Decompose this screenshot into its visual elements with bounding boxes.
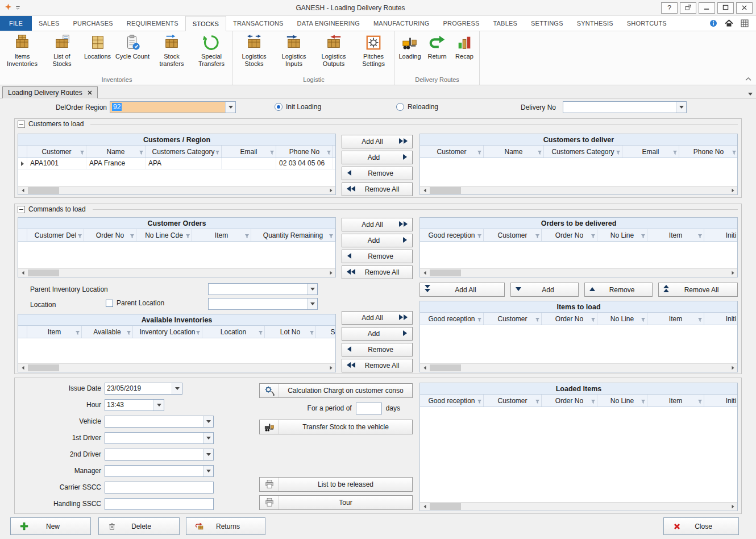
dropdown-arrow-icon[interactable]	[203, 416, 213, 427]
scrollbar-track[interactable]	[429, 503, 728, 511]
menu-tab-transactions[interactable]: TRANSACTIONS	[226, 16, 290, 31]
column-header-order-no[interactable]: Order No	[542, 313, 597, 325]
filter-icon[interactable]	[139, 149, 144, 157]
location-combo[interactable]	[208, 298, 318, 310]
filter-icon[interactable]	[269, 149, 275, 157]
column-header-item[interactable]: Item	[647, 229, 704, 241]
radio-init-loading[interactable]: Init Loading	[275, 103, 321, 111]
ribbon-collapse-chevron-icon[interactable]	[745, 75, 751, 83]
radio-reloading[interactable]: Reloading	[396, 103, 438, 111]
horizontal-scrollbar[interactable]	[420, 268, 737, 277]
column-header-no-line[interactable]: No Line	[597, 395, 647, 407]
load-remove-all-button[interactable]: Remove All	[658, 283, 738, 297]
column-header-order-no[interactable]: Order No	[542, 229, 597, 241]
dropdown-arrow-icon[interactable]	[153, 400, 164, 411]
tab-close-icon[interactable]	[88, 89, 92, 97]
dropdown-arrow-icon[interactable]	[307, 298, 317, 309]
add-button[interactable]: Add	[342, 151, 413, 164]
filter-icon[interactable]	[591, 316, 596, 324]
menu-tab-purchases[interactable]: PURCHASES	[67, 16, 120, 31]
column-header-customer[interactable]: Customer	[27, 146, 86, 157]
filter-icon[interactable]	[697, 233, 703, 241]
menu-tab-shortcuts[interactable]: SHORTCUTS	[620, 16, 674, 31]
remove-all-button[interactable]: Remove All	[342, 266, 413, 279]
scroll-right-arrow-icon[interactable]	[326, 186, 335, 194]
menu-tab-manufacturing[interactable]: MANUFACTURING	[367, 16, 437, 31]
remove-all-button[interactable]: Remove All	[342, 359, 413, 372]
column-header-email[interactable]: Email	[222, 146, 276, 157]
scrollbar-track[interactable]	[27, 269, 326, 277]
close-form-button[interactable]: Close	[663, 517, 739, 535]
filter-icon[interactable]	[697, 316, 703, 324]
column-header-location[interactable]: Location	[202, 326, 265, 338]
filter-icon[interactable]	[535, 316, 540, 324]
dropdown-arrow-icon[interactable]	[172, 383, 182, 394]
filter-icon[interactable]	[185, 233, 190, 241]
filter-icon[interactable]	[591, 398, 596, 406]
ribbon-button-logistics-stocks[interactable]: Logistics Stocks	[235, 32, 273, 68]
add-all-button[interactable]: Add All	[342, 218, 413, 231]
ribbon-button-loading[interactable]: Loading	[397, 32, 423, 61]
column-header-phone-no[interactable]: Phone No	[679, 146, 738, 157]
scrollbar-thumb[interactable]	[430, 187, 461, 194]
collapse-toggle[interactable]	[18, 121, 25, 128]
ribbon-button-stock-transfers[interactable]: Stock transfers	[152, 32, 191, 68]
column-header-no-line[interactable]: No Line	[597, 229, 647, 241]
filter-icon[interactable]	[616, 149, 621, 157]
column-header-available[interactable]: Available	[82, 326, 133, 338]
column-header-initi[interactable]: Initi	[704, 313, 738, 325]
scrollbar-thumb[interactable]	[28, 187, 59, 194]
column-header-initi[interactable]: Initi	[704, 229, 738, 241]
ribbon-button-locations[interactable]: Locations	[82, 32, 113, 61]
document-tab-loading-delivery-routes[interactable]: Loading Delivery Routes	[2, 86, 98, 98]
list-to-be-released-button[interactable]: List to be released	[259, 477, 413, 492]
column-header-customer[interactable]: Customer	[484, 395, 542, 407]
column-header-phone-no[interactable]: Phone No	[276, 146, 333, 157]
menu-tab-settings[interactable]: SETTINGS	[524, 16, 570, 31]
column-header-order-no[interactable]: Order No	[84, 229, 136, 241]
scrollbar-thumb[interactable]	[28, 270, 59, 276]
horizontal-scrollbar[interactable]	[420, 502, 737, 511]
column-header-customers-category[interactable]: Customers Category	[544, 146, 622, 157]
scrollbar-track[interactable]	[27, 364, 326, 372]
issue-date-combo[interactable]: 23/05/2019	[105, 383, 182, 395]
help-button[interactable]: ?	[661, 2, 678, 14]
filter-icon[interactable]	[672, 149, 678, 157]
ribbon-button-recap[interactable]: Recap	[451, 32, 477, 61]
dropdown-arrow-icon[interactable]	[676, 102, 686, 113]
filter-icon[interactable]	[258, 329, 263, 337]
ribbon-button-items-inventories[interactable]: Items Inventories	[3, 32, 41, 68]
ribbon-button-pitches-settings[interactable]: Pitches Settings	[354, 32, 393, 68]
maximize-button[interactable]	[717, 2, 734, 14]
column-header-customer[interactable]: Customer	[484, 313, 542, 325]
horizontal-scrollbar[interactable]	[18, 268, 335, 277]
filter-icon[interactable]	[477, 233, 482, 241]
add-all-button[interactable]: Add All	[342, 135, 413, 148]
horizontal-scrollbar[interactable]	[18, 363, 335, 372]
column-header-quantity-remaining[interactable]: Quantity Remaining	[251, 229, 335, 241]
scroll-left-arrow-icon[interactable]	[18, 269, 27, 277]
filter-icon[interactable]	[477, 316, 482, 324]
column-header-inventory-location[interactable]: Inventory Location	[133, 326, 202, 338]
filter-icon[interactable]	[641, 398, 646, 406]
1st-driver-combo[interactable]	[105, 432, 214, 444]
load-add-button[interactable]: Add	[510, 283, 579, 297]
column-header-customer-del[interactable]: Customer Del	[27, 229, 84, 241]
remove-button[interactable]: Remove	[342, 167, 413, 180]
column-header-good-reception[interactable]: Good reception	[420, 229, 484, 241]
column-header-s[interactable]: S	[316, 326, 336, 338]
carrier-sscc-input[interactable]	[105, 482, 214, 494]
scroll-left-arrow-icon[interactable]	[420, 269, 429, 277]
scrollbar-thumb[interactable]	[430, 364, 461, 371]
filter-icon[interactable]	[477, 149, 482, 157]
add-button[interactable]: Add	[342, 234, 413, 247]
delivery-no-combo[interactable]	[563, 101, 687, 113]
filter-icon[interactable]	[326, 149, 331, 157]
scrollbar-track[interactable]	[429, 186, 728, 194]
column-header-item[interactable]: Item	[192, 229, 251, 241]
remove-button[interactable]: Remove	[342, 343, 413, 356]
tour-button[interactable]: Tour	[259, 495, 413, 510]
scroll-right-arrow-icon[interactable]	[728, 269, 737, 277]
scroll-right-arrow-icon[interactable]	[728, 364, 737, 372]
table-row[interactable]: APA1001APA FranceAPA02 03 04 05 06	[18, 158, 335, 169]
